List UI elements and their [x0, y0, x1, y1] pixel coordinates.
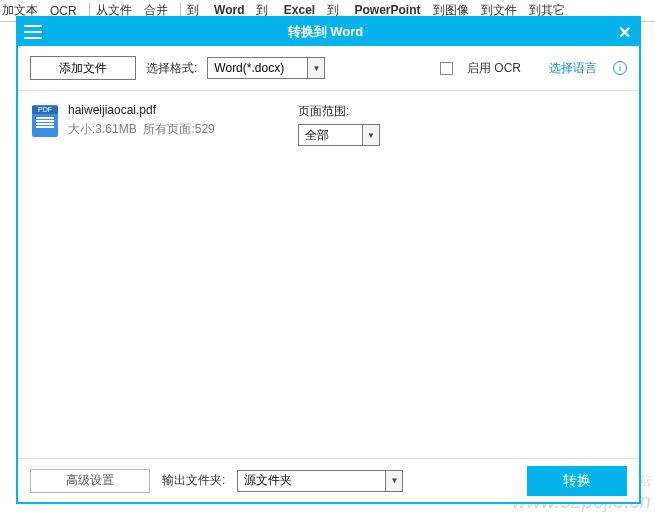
chevron-down-icon[interactable]: ▼ [307, 57, 325, 79]
chevron-down-icon[interactable]: ▼ [385, 470, 403, 492]
output-folder-combo[interactable]: 源文件夹 ▼ [237, 470, 403, 492]
output-folder-value[interactable]: 源文件夹 [237, 470, 385, 492]
file-list: haiweijiaocai.pdf 大小:3.61MB 所有页面:529 页面范… [18, 91, 639, 458]
file-name: haiweijiaocai.pdf [68, 103, 288, 117]
select-language-link[interactable]: 选择语言 [549, 60, 597, 77]
enable-ocr-checkbox[interactable] [440, 62, 453, 75]
advanced-settings-button[interactable]: 高级设置 [30, 469, 150, 493]
info-icon[interactable]: i [613, 61, 627, 75]
menu-icon[interactable] [24, 25, 42, 39]
format-label: 选择格式: [146, 60, 197, 77]
dialog-titlebar[interactable]: 转换到 Word ✕ [18, 18, 639, 46]
page-range-combo[interactable]: 全部 ▼ [298, 124, 380, 146]
close-icon[interactable]: ✕ [609, 18, 639, 46]
enable-ocr-label: 启用 OCR [467, 60, 521, 77]
convert-button[interactable]: 转换 [527, 466, 627, 496]
output-folder-label: 输出文件夹: [162, 472, 225, 489]
options-row: 添加文件 选择格式: Word(*.docx) ▼ 启用 OCR 选择语言 i [18, 46, 639, 91]
dialog-title: 转换到 Word [42, 23, 609, 41]
chevron-down-icon[interactable]: ▼ [362, 124, 380, 146]
page-range: 页面范围: 全部 ▼ [298, 103, 380, 146]
page-range-label: 页面范围: [298, 103, 380, 120]
format-combo[interactable]: Word(*.docx) ▼ [207, 57, 325, 79]
format-value[interactable]: Word(*.docx) [207, 57, 307, 79]
add-file-button[interactable]: 添加文件 [30, 56, 136, 80]
file-info: haiweijiaocai.pdf 大小:3.61MB 所有页面:529 [68, 103, 288, 146]
page-range-value[interactable]: 全部 [298, 124, 362, 146]
convert-dialog: 转换到 Word ✕ 添加文件 选择格式: Word(*.docx) ▼ 启用 … [16, 16, 641, 504]
file-meta: 大小:3.61MB 所有页面:529 [68, 121, 288, 138]
file-row: haiweijiaocai.pdf 大小:3.61MB 所有页面:529 页面范… [32, 103, 625, 146]
bottom-row: 高级设置 输出文件夹: 源文件夹 ▼ 转换 [18, 458, 639, 502]
pdf-file-icon [32, 105, 58, 137]
